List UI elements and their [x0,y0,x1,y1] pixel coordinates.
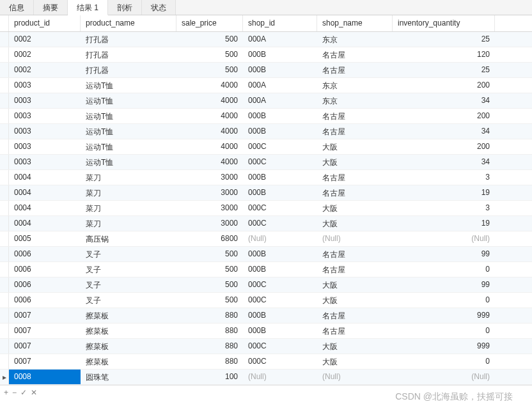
remove-row-icon[interactable]: − [12,388,17,397]
cell-inventory_quantity[interactable]: 200 [393,139,495,154]
cell-product_id[interactable]: 0004 [9,185,81,200]
table-row[interactable]: 0006叉子500000B名古屋0 [0,262,532,277]
cell-inventory_quantity[interactable]: 3 [393,201,495,215]
cell-shop_id[interactable]: 000A [243,78,317,93]
cell-inventory_quantity[interactable]: 34 [393,93,495,108]
cell-shop_name[interactable]: 东京 [317,78,393,93]
table-row[interactable]: 0003运动T恤4000000C大阪200 [0,139,532,155]
cell-product_id[interactable]: 0006 [9,262,81,277]
cell-shop_name[interactable]: 大阪 [317,139,393,154]
cell-shop_id[interactable]: 000C [243,216,317,231]
cell-product_id[interactable]: 0003 [9,139,81,154]
cell-inventory_quantity[interactable]: 19 [393,216,495,231]
cell-shop_name[interactable]: 大阪 [317,201,393,215]
cell-shop_id[interactable]: 000B [243,185,317,200]
cell-inventory_quantity[interactable]: 99 [393,277,495,292]
apply-icon[interactable]: ✓ [20,388,27,397]
cell-shop_id[interactable]: 000B [243,170,317,185]
cell-sale_price[interactable]: 500 [176,277,243,292]
cell-product_name[interactable]: 运动T恤 [81,78,176,93]
cell-sale_price[interactable]: 4000 [176,93,243,108]
cell-product_id[interactable]: 0004 [9,201,81,215]
cell-product_id[interactable]: 0007 [9,339,81,354]
cell-product_name[interactable]: 运动T恤 [81,155,176,169]
cell-sale_price[interactable]: 4000 [176,155,243,169]
table-row[interactable]: ▸0008圆珠笔100(Null)(Null)(Null) [0,370,532,385]
table-row[interactable]: 0007擦菜板880000C大阪0 [0,354,532,370]
cell-product_id[interactable]: 0002 [9,32,81,47]
cell-sale_price[interactable]: 4000 [176,78,243,93]
cancel-icon[interactable]: ✕ [31,388,37,397]
cell-shop_name[interactable]: 名古屋 [317,247,393,261]
cell-product_id[interactable]: 0004 [9,170,81,185]
cell-product_id[interactable]: 0002 [9,47,81,62]
cell-product_id[interactable]: 0003 [9,155,81,169]
cell-product_name[interactable]: 菜刀 [81,201,176,215]
table-row[interactable]: 0007擦菜板880000B名古屋0 [0,323,532,339]
cell-product_name[interactable]: 擦菜板 [81,308,176,323]
cell-product_id[interactable]: 0006 [9,293,81,308]
cell-product_name[interactable]: 擦菜板 [81,339,176,354]
cell-product_id[interactable]: 0003 [9,124,81,139]
cell-product_name[interactable]: 运动T恤 [81,124,176,139]
table-row[interactable]: 0006叉子500000C大阪99 [0,277,532,293]
table-row[interactable]: 0006叉子500000B名古屋99 [0,247,532,262]
cell-sale_price[interactable]: 3000 [176,216,243,231]
cell-product_id[interactable]: 0003 [9,109,81,123]
table-row[interactable]: 0003运动T恤4000000A东京34 [0,93,532,109]
cell-shop_name[interactable]: 大阪 [317,277,393,292]
table-row[interactable]: 0006叉子500000C大阪0 [0,293,532,308]
cell-product_name[interactable]: 打孔器 [81,32,176,47]
tab-2[interactable]: 结果 1 [68,0,108,15]
column-header-product_name[interactable]: product_name [81,15,176,31]
cell-product_name[interactable]: 菜刀 [81,170,176,185]
tab-1[interactable]: 摘要 [34,0,68,15]
cell-shop_id[interactable]: 000C [243,339,317,354]
cell-shop_id[interactable]: 000B [243,47,317,62]
column-header-inventory_quantity[interactable]: inventory_quantity [393,15,495,31]
cell-shop_id[interactable]: 000A [243,93,317,108]
cell-product_id[interactable]: 0003 [9,78,81,93]
cell-product_name[interactable]: 高压锅 [81,231,176,246]
cell-shop_id[interactable]: 000B [243,124,317,139]
cell-inventory_quantity[interactable]: 200 [393,109,495,123]
table-row[interactable]: 0002打孔器500000A东京25 [0,32,532,47]
cell-product_id[interactable]: 0004 [9,216,81,231]
cell-product_name[interactable]: 运动T恤 [81,93,176,108]
cell-shop_name[interactable]: 名古屋 [317,185,393,200]
cell-shop_name[interactable]: 大阪 [317,339,393,354]
column-header-shop_id[interactable]: shop_id [243,15,317,31]
cell-shop_name[interactable]: 大阪 [317,216,393,231]
cell-shop_name[interactable]: 东京 [317,32,393,47]
cell-inventory_quantity[interactable]: 34 [393,124,495,139]
cell-shop_name[interactable]: 名古屋 [317,262,393,277]
cell-inventory_quantity[interactable]: 200 [393,78,495,93]
table-row[interactable]: 0004菜刀3000000C大阪19 [0,216,532,231]
cell-inventory_quantity[interactable]: 99 [393,247,495,261]
cell-sale_price[interactable]: 500 [176,262,243,277]
cell-sale_price[interactable]: 4000 [176,139,243,154]
cell-shop_name[interactable]: (Null) [317,370,393,384]
cell-product_id[interactable]: 0007 [9,354,81,369]
cell-sale_price[interactable]: 880 [176,323,243,338]
cell-product_name[interactable]: 叉子 [81,277,176,292]
table-row[interactable]: 0003运动T恤4000000B名古屋34 [0,124,532,139]
cell-inventory_quantity[interactable]: 0 [393,293,495,308]
cell-inventory_quantity[interactable]: 19 [393,185,495,200]
cell-shop_id[interactable]: 000C [243,293,317,308]
cell-shop_id[interactable]: 000C [243,277,317,292]
cell-shop_name[interactable]: 名古屋 [317,308,393,323]
column-header-sale_price[interactable]: sale_price [176,15,243,31]
cell-product_name[interactable]: 擦菜板 [81,354,176,369]
table-row[interactable]: 0002打孔器500000B名古屋120 [0,47,532,63]
cell-shop_id[interactable]: (Null) [243,231,317,246]
add-row-icon[interactable]: + [4,388,8,397]
table-row[interactable]: 0003运动T恤4000000A东京200 [0,78,532,93]
cell-inventory_quantity[interactable]: 25 [393,63,495,77]
cell-product_id[interactable]: 0008 [9,370,81,384]
cell-shop_id[interactable]: 000B [243,247,317,261]
cell-inventory_quantity[interactable]: 25 [393,32,495,47]
cell-inventory_quantity[interactable]: 34 [393,155,495,169]
cell-shop_name[interactable]: 名古屋 [317,124,393,139]
cell-sale_price[interactable]: 4000 [176,124,243,139]
